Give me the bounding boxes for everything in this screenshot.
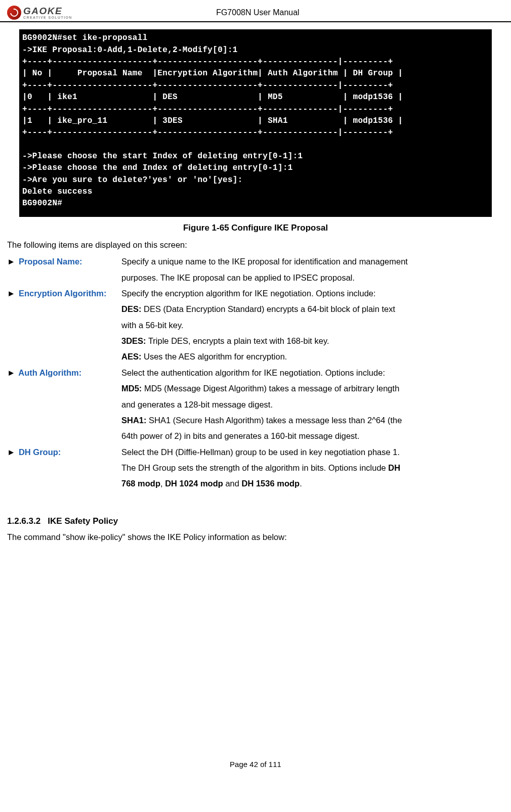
page-footer: Page 42 of 111 <box>0 757 511 772</box>
desc-proposal-name: Specify a unique name to the IKE proposa… <box>121 254 504 269</box>
label-dh: ► DH Group: <box>7 444 121 460</box>
item-proposal-name: ► Proposal Name: Specify a unique name t… <box>7 254 504 269</box>
desc-dh: Select the DH (Diffie-Hellman) group to … <box>121 444 504 460</box>
section-number: 1.2.6.3.2 <box>7 516 40 526</box>
encryption-des-2: with a 56-bit key. <box>121 318 504 333</box>
item-encryption: ► Encryption Algorithm: Specify the encr… <box>7 286 504 301</box>
terminal-screenshot: BG9002N#set ike-proposall ->IKE Proposal… <box>19 29 492 216</box>
auth-md5: MD5: MD5 (Message Digest Algorithm) take… <box>121 381 504 396</box>
intro-text: The following items are displayed on thi… <box>7 237 504 253</box>
logo-text: GAOKE CREATIVE SOLUTION <box>23 6 72 19</box>
content-body: The following items are displayed on thi… <box>0 237 511 545</box>
label-auth: ► Auth Algorithm: <box>7 365 121 381</box>
page-header: GAOKE CREATIVE SOLUTION FG7008N User Man… <box>0 5 511 22</box>
logo-icon <box>7 6 21 20</box>
item-auth: ► Auth Algorithm: Select the authenticat… <box>7 365 504 381</box>
brand-tagline: CREATIVE SOLUTION <box>23 16 72 19</box>
desc-dh-3: 768 modp, DH 1024 modp and DH 1536 modp. <box>121 476 504 491</box>
desc-encryption: Specify the encryption algorithm for IKE… <box>121 286 504 301</box>
document-title: FG7008N User Manual <box>72 5 504 20</box>
encryption-des: DES: DES (Data Encryption Standard) encr… <box>121 301 504 317</box>
item-dh: ► DH Group: Select the DH (Diffie-Hellma… <box>7 444 504 460</box>
desc-dh-2: The DH Group sets the strength of the al… <box>121 460 504 476</box>
section-title: IKE Safety Policy <box>48 516 118 526</box>
encryption-aes: AES: Uses the AES algorithm for encrypti… <box>121 349 504 365</box>
auth-sha1-2: 64th power of 2) in bits and generates a… <box>121 428 504 444</box>
desc-auth: Select the authentication algorithm for … <box>121 365 504 381</box>
brand-name: GAOKE <box>23 6 72 16</box>
label-proposal-name: ► Proposal Name: <box>7 254 121 269</box>
auth-sha1: SHA1: SHA1 (Secure Hash Algorithm) takes… <box>121 413 504 428</box>
auth-md5-2: and generates a 128-bit message digest. <box>121 397 504 413</box>
encryption-3des: 3DES: Triple DES, encrypts a plain text … <box>121 333 504 349</box>
desc-proposal-name-2: purposes. The IKE proposal can be applie… <box>121 270 504 286</box>
section-heading: 1.2.6.3.2 IKE Safety Policy <box>7 513 504 529</box>
figure-caption: Figure 1-65 Configure IKE Proposal <box>0 220 511 236</box>
label-encryption: ► Encryption Algorithm: <box>7 286 121 301</box>
brand-logo: GAOKE CREATIVE SOLUTION <box>7 6 72 20</box>
section-text: The command "show ike-policy" shows the … <box>7 529 504 545</box>
